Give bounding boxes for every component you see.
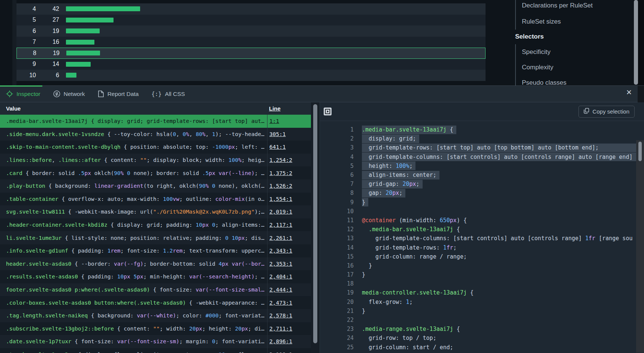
code-token: grid-column: start / end; [362, 344, 453, 351]
code-token: (min-width: [396, 217, 439, 224]
line-link[interactable]: 2,343:1 [269, 248, 292, 254]
code-token: .track.svelte-1ume3ur [6, 352, 75, 353]
table-row[interactable]: .media-bar.svelte-13aai7j { display: gri… [0, 115, 311, 128]
chart-row-value: 16 [36, 39, 59, 45]
table-row[interactable]: .play-button { background: linear-gradie… [0, 179, 311, 193]
line-link[interactable]: 1,554:1 [269, 196, 292, 202]
column-header-line[interactable]: Line [267, 105, 311, 112]
line-link[interactable]: 1,375:2 [269, 170, 292, 176]
sidebar-item[interactable]: Complexity [522, 60, 566, 75]
table-row[interactable]: .results.svelte-asdas0 { padding: 10px 5… [0, 270, 311, 283]
close-icon[interactable]: ✕ [626, 89, 632, 96]
code-token: none); border: solid [130, 170, 202, 176]
table-row[interactable]: .color-boxes.svelte-asdas0 button:where(… [0, 296, 311, 309]
code-token: % [202, 131, 206, 137]
line-link[interactable]: 2,404:1 [269, 274, 292, 280]
table-row[interactable]: .tag.length.svelte-naikeq { background: … [0, 309, 311, 322]
sidebar-item[interactable]: RuleSet sizes [522, 13, 593, 30]
tab-report-data[interactable]: Report Data [98, 90, 139, 97]
ruleset-value: .subscribe.svelte-13gboj2::before { cont… [0, 326, 267, 332]
chart-row[interactable]: 619 [16, 25, 486, 37]
chart-row[interactable]: 527 [16, 15, 486, 26]
table-row[interactable]: li.svelte-1ume3ur { list-style: none; po… [0, 231, 311, 244]
line-link[interactable]: 1,254:2 [269, 157, 292, 163]
code-token: , [52, 157, 58, 163]
code-token: ; width: [160, 326, 189, 332]
code-line: 9} [320, 198, 644, 207]
line-link[interactable]: 2,711:1 [269, 326, 292, 332]
code-token: 20 [402, 181, 409, 187]
ruleset-value: .side-menu.dark.svelte-1vsndze { --toy-c… [0, 131, 267, 137]
table-row[interactable]: footer.svelte-asdas0 p:where(.svelte-asd… [0, 283, 311, 296]
line-cell: 1,526:2 [267, 179, 311, 193]
tab-inspector[interactable]: Inspector [6, 90, 40, 97]
sidebar-item[interactable]: Declarations per RuleSet [522, 0, 593, 13]
code-token: grid-template-columns: [start controls] … [362, 154, 632, 160]
chart-row[interactable]: 106 [16, 70, 486, 81]
line-link[interactable]: 2,019:1 [269, 209, 292, 215]
line-link[interactable]: 2,353:1 [269, 261, 292, 267]
table-row[interactable]: .header-container.svelte-kbdi8z { displa… [0, 218, 311, 232]
code-token: px [242, 326, 248, 332]
sidebar-item[interactable]: Specificity [522, 44, 566, 60]
code-token: 1.2 [163, 248, 173, 254]
code-token: .media-bar.svelte-13aai7j { display: gri… [6, 118, 264, 124]
chart-row-value: 6 [36, 72, 59, 79]
code-line: 7 grid-gap: 20px; [320, 179, 644, 188]
copy-selection-button[interactable]: Copy selection [578, 106, 635, 118]
table-row[interactable]: .side-menu.dark.svelte-1vsndze { --toy-c… [0, 128, 311, 141]
code-token: { [453, 326, 460, 332]
chart-row[interactable]: 819 [16, 48, 486, 59]
line-link[interactable]: 2,444:1 [269, 287, 292, 293]
chart-bar [66, 40, 94, 45]
table-row[interactable]: .info.svelte-gd1unf { padding: 1rem; fon… [0, 244, 311, 257]
table-row[interactable]: .track.svelte-1ume3ur { display: flex; a… [0, 348, 311, 353]
code-token: px [124, 274, 130, 280]
code-token: 0 [173, 131, 176, 137]
expand-panel-icon[interactable] [324, 108, 332, 115]
page-scrollbar-thumb[interactable] [634, 0, 638, 85]
table-row[interactable]: .date.svelte-1p7tuxr { font-size: var(--… [0, 335, 311, 348]
table-row[interactable]: .card { border: solid .5px oklch(90% 0 n… [0, 166, 311, 179]
line-link[interactable]: 2,896:1 [269, 338, 292, 344]
tab-network[interactable]: Network [53, 90, 85, 97]
line-cell: 2,343:1 [267, 244, 311, 257]
code-token: height: [362, 163, 396, 169]
line-link[interactable]: 3,119:1 [269, 352, 292, 353]
code-token: 90 [199, 183, 205, 189]
line-link[interactable]: 305:1 [269, 131, 286, 137]
line-link[interactable]: 1,526:2 [269, 183, 292, 189]
table-scrollbar-thumb[interactable] [313, 104, 317, 343]
code-token: ; outline: [179, 196, 215, 202]
code-scrollbar-track[interactable] [636, 140, 644, 353]
code-line-content: flex-grow: 1; [362, 299, 412, 305]
line-link[interactable]: 2,117:1 [269, 222, 292, 228]
table-row[interactable]: header.svelte-asdas0 { --border: var(--f… [0, 257, 311, 271]
line-link[interactable]: 641:1 [269, 144, 286, 150]
table-row[interactable]: svg.svelte-1tw8111 { -webkit-mask-image:… [0, 205, 311, 218]
code-token [124, 170, 127, 176]
code-token: .card [6, 170, 22, 176]
line-cell: 2,473:1 [267, 296, 311, 309]
table-scrollbar-track[interactable] [311, 102, 320, 353]
code-token: "" [140, 157, 146, 163]
ruleset-table: Value Line .media-bar.svelte-13aai7j { d… [0, 102, 311, 353]
chart-row[interactable]: 716 [16, 37, 486, 48]
line-link[interactable]: 2,473:1 [269, 300, 292, 306]
table-row[interactable]: .table-container { overflow-x: auto; max… [0, 193, 311, 206]
code-token: { [447, 126, 453, 133]
line-cell: 2,019:1 [267, 205, 311, 218]
chart-row[interactable]: 914 [16, 59, 486, 70]
code-token: ; font-variat… [218, 313, 264, 319]
chart-row[interactable]: 442 [16, 3, 486, 15]
line-link[interactable]: 1:1 [269, 118, 279, 124]
table-row[interactable]: .subscribe.svelte-13gboj2::before { cont… [0, 322, 311, 335]
code-scrollbar-thumb[interactable] [638, 142, 642, 161]
line-link[interactable]: 2,261:1 [269, 235, 292, 241]
tab-all-css[interactable]: {:}All CSS [151, 91, 185, 97]
table-row[interactable]: .lines::before, .lines::after { content:… [0, 154, 311, 167]
table-row[interactable]: .skip-to-main-content.svelte-dbylqh { po… [0, 141, 311, 154]
line-link[interactable]: 2,578:1 [269, 313, 292, 319]
code-token: 20 [189, 326, 196, 332]
chart-row-value: 19 [36, 50, 60, 57]
